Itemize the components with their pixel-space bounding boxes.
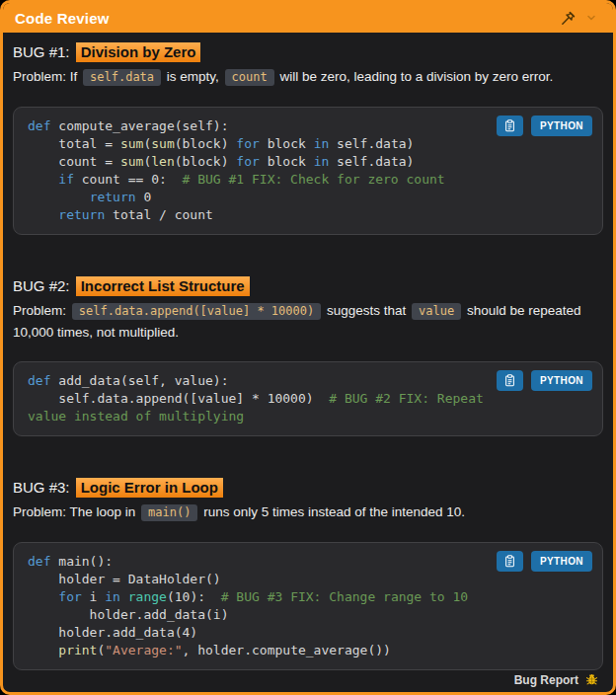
panel-title: Code Review xyxy=(15,10,110,27)
bug-section-3: BUG #3: Logic Error in Loop Problem: The… xyxy=(13,477,603,670)
code-line: count = sum(len(block) for block in self… xyxy=(28,153,588,171)
code-line: for i in range(10): # BUG #3 FIX: Change… xyxy=(28,588,588,606)
bug-heading: BUG #3: Logic Error in Loop xyxy=(13,477,603,499)
panel-content: BUG #1: Division by Zero Problem: If sel… xyxy=(3,33,613,695)
code-line: holder = DataHolder() xyxy=(28,571,588,588)
inline-code-chip: main() xyxy=(141,504,197,521)
panel-header: Code Review xyxy=(3,3,613,33)
pushpin-icon[interactable] xyxy=(556,6,579,30)
bug-section-2: BUG #2: Incorrect List Structure Problem… xyxy=(13,275,603,436)
bug-title: Logic Error in Loop xyxy=(76,478,223,498)
clipboard-icon xyxy=(504,119,515,132)
bug-problem-text: Problem: If self.data is empty, count wi… xyxy=(13,66,603,88)
code-line: if count == 0: # BUG #1 FIX: Check for z… xyxy=(28,171,588,189)
code-toolbar: PYTHON xyxy=(497,370,592,391)
code-line: value instead of multiplying xyxy=(28,408,588,425)
bug-label: BUG #2: xyxy=(13,277,70,294)
code-block: PYTHON def compute_average(self): total … xyxy=(13,107,603,235)
language-badge: PYTHON xyxy=(531,551,592,572)
panel-footer: Bug Report xyxy=(13,670,603,691)
clipboard-icon xyxy=(504,374,515,387)
bug-heading: BUG #2: Incorrect List Structure xyxy=(13,275,603,297)
footer-label: Bug Report xyxy=(514,673,578,687)
inline-code-chip: self.data.append([value] * 10000) xyxy=(72,303,321,320)
code-toolbar: PYTHON xyxy=(497,116,592,136)
language-badge: PYTHON xyxy=(531,370,592,391)
bug-label: BUG #3: xyxy=(13,479,70,496)
code-line: return total / count xyxy=(28,206,588,224)
code-line: print("Average:", holder.compute_average… xyxy=(28,642,588,659)
copy-button[interactable] xyxy=(497,116,523,136)
copy-button[interactable] xyxy=(497,551,523,572)
language-badge: PYTHON xyxy=(531,116,592,136)
bug-title: Division by Zero xyxy=(76,42,201,62)
inline-code-chip: self.data xyxy=(83,69,161,86)
code-line: return 0 xyxy=(28,189,588,206)
bug-section-1: BUG #1: Division by Zero Problem: If sel… xyxy=(13,41,603,235)
code-line: total = sum(sum(block) for block in self… xyxy=(28,135,588,153)
bug-label: BUG #1: xyxy=(13,43,70,60)
bug-problem-text: Problem: The loop in main() runs only 5 … xyxy=(13,502,603,523)
code-block: PYTHON def main(): holder = DataHolder()… xyxy=(13,542,603,670)
inline-code-chip: value xyxy=(412,303,461,320)
bug-heading: BUG #1: Division by Zero xyxy=(13,41,603,63)
bug-title: Incorrect List Structure xyxy=(76,276,250,296)
bug-problem-text: Problem: self.data.append([value] * 1000… xyxy=(13,300,603,343)
code-line: self.data.append([value] * 10000) # BUG … xyxy=(28,390,588,408)
code-line: holder.add_data(4) xyxy=(28,624,588,642)
chevron-down-icon[interactable] xyxy=(579,6,603,30)
inline-code-chip: count xyxy=(225,69,274,86)
clipboard-icon xyxy=(504,555,515,568)
code-toolbar: PYTHON xyxy=(497,551,592,572)
chevron-down-glyph xyxy=(585,12,597,24)
bug-icon xyxy=(584,672,599,687)
copy-button[interactable] xyxy=(497,370,523,391)
code-line: holder.add_data(i) xyxy=(28,606,588,624)
code-review-panel: Code Review BUG #1: Division by Zero Pro… xyxy=(0,0,616,695)
code-block: PYTHON def add_data(self, value): self.d… xyxy=(13,361,603,436)
pushpin-icon-glyph xyxy=(560,10,577,27)
